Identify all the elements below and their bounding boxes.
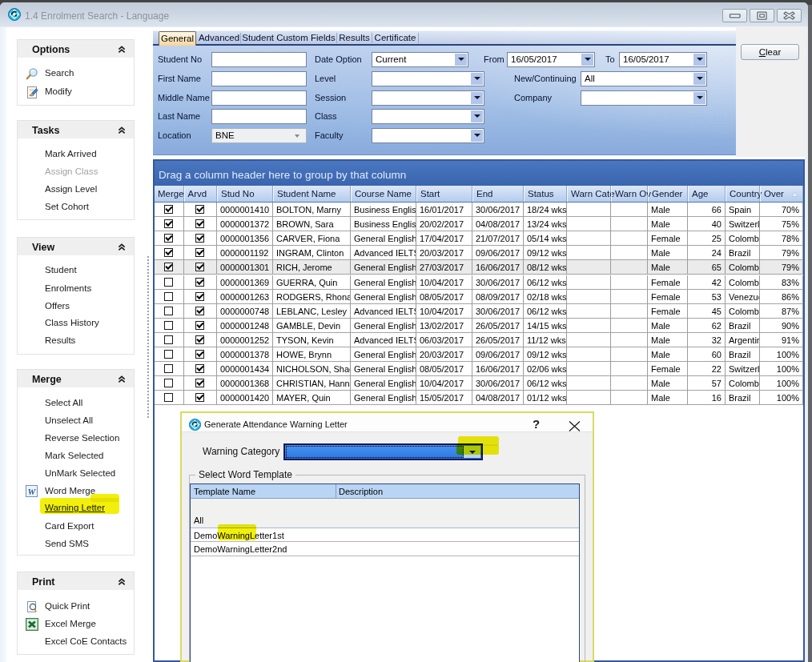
svg-text:W: W bbox=[28, 486, 37, 495]
